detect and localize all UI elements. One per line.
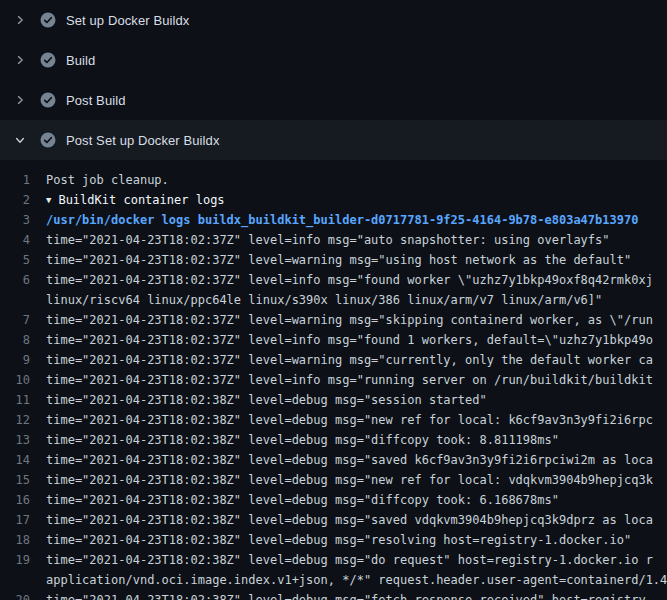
log-line-number[interactable]: 20	[0, 590, 46, 600]
log-line-number[interactable]: 18	[0, 530, 46, 550]
log-line: 7time="2021-04-23T18:02:37Z" level=warni…	[0, 310, 667, 330]
step-header-set-up-docker-buildx[interactable]: Set up Docker Buildx	[0, 0, 667, 40]
log-line-number[interactable]: 5	[0, 250, 46, 270]
log-line: 4time="2021-04-23T18:02:37Z" level=info …	[0, 230, 667, 250]
chevron-right-icon	[12, 52, 28, 68]
log-text: time="2021-04-23T18:02:38Z" level=debug …	[46, 470, 667, 490]
log-text: time="2021-04-23T18:02:38Z" level=debug …	[46, 590, 667, 600]
log-line-number[interactable]: 15	[0, 470, 46, 490]
log-line: 2▼BuildKit container logs	[0, 190, 667, 210]
log-text: time="2021-04-23T18:02:37Z" level=info m…	[46, 230, 667, 250]
log-group-toggle[interactable]: ▼BuildKit container logs	[46, 190, 667, 210]
check-circle-icon	[40, 52, 56, 68]
log-line-number[interactable]: 1	[0, 170, 46, 190]
log-line-number[interactable]: 2	[0, 190, 46, 210]
log-text: time="2021-04-23T18:02:37Z" level=warnin…	[46, 310, 667, 330]
log-text: time="2021-04-23T18:02:38Z" level=debug …	[46, 410, 667, 430]
log-line-number[interactable]: 10	[0, 370, 46, 390]
step-header-build[interactable]: Build	[0, 40, 667, 80]
log-line-number[interactable]: 9	[0, 350, 46, 370]
log-line: 12time="2021-04-23T18:02:38Z" level=debu…	[0, 410, 667, 430]
actions-log-viewer: Set up Docker BuildxBuildPost BuildPost …	[0, 0, 667, 600]
log-line: 1Post job cleanup.	[0, 170, 667, 190]
steps-list: Set up Docker BuildxBuildPost BuildPost …	[0, 0, 667, 160]
log-line: 19time="2021-04-23T18:02:38Z" level=debu…	[0, 550, 667, 570]
chevron-right-icon	[12, 12, 28, 28]
log-area: 1Post job cleanup.2▼BuildKit container l…	[0, 160, 667, 600]
log-line: 20time="2021-04-23T18:02:38Z" level=debu…	[0, 590, 667, 600]
log-command-text: /usr/bin/docker logs buildx_buildkit_bui…	[46, 210, 667, 230]
step-label: Set up Docker Buildx	[66, 13, 189, 28]
log-line: 9time="2021-04-23T18:02:37Z" level=warni…	[0, 350, 667, 370]
log-line: 17time="2021-04-23T18:02:38Z" level=debu…	[0, 510, 667, 530]
log-line-number[interactable]: 3	[0, 210, 46, 230]
log-text: time="2021-04-23T18:02:38Z" level=debug …	[46, 450, 667, 470]
log-line-number[interactable]: 8	[0, 330, 46, 350]
step-label: Post Build	[66, 93, 126, 108]
log-text: time="2021-04-23T18:02:38Z" level=debug …	[46, 530, 667, 550]
log-text: time="2021-04-23T18:02:37Z" level=info m…	[46, 270, 667, 290]
log-line-number[interactable]: 16	[0, 490, 46, 510]
log-line-continuation: application/vnd.oci.image.index.v1+json,…	[0, 570, 667, 590]
log-line-continuation: linux/riscv64 linux/ppc64le linux/s390x …	[0, 290, 667, 310]
step-header-post-set-up-docker-buildx[interactable]: Post Set up Docker Buildx	[0, 120, 667, 160]
log-line: 16time="2021-04-23T18:02:38Z" level=debu…	[0, 490, 667, 510]
check-circle-icon	[40, 12, 56, 28]
log-line-number[interactable]: 17	[0, 510, 46, 530]
check-circle-icon	[40, 132, 56, 148]
log-line-number[interactable]: 14	[0, 450, 46, 470]
log-line-number[interactable]: 7	[0, 310, 46, 330]
log-line-number	[0, 570, 46, 590]
log-line-number[interactable]: 19	[0, 550, 46, 570]
log-line: 3/usr/bin/docker logs buildx_buildkit_bu…	[0, 210, 667, 230]
log-text: linux/riscv64 linux/ppc64le linux/s390x …	[46, 290, 667, 310]
chevron-right-icon	[12, 92, 28, 108]
log-text: time="2021-04-23T18:02:37Z" level=info m…	[46, 330, 667, 350]
log-line: 5time="2021-04-23T18:02:37Z" level=warni…	[0, 250, 667, 270]
log-line: 13time="2021-04-23T18:02:38Z" level=debu…	[0, 430, 667, 450]
step-label: Build	[66, 53, 95, 68]
log-line-number[interactable]: 4	[0, 230, 46, 250]
log-line: 8time="2021-04-23T18:02:37Z" level=info …	[0, 330, 667, 350]
log-line: 14time="2021-04-23T18:02:38Z" level=debu…	[0, 450, 667, 470]
log-text: time="2021-04-23T18:02:38Z" level=debug …	[46, 550, 667, 570]
log-text: time="2021-04-23T18:02:37Z" level=warnin…	[46, 250, 667, 270]
log-text: time="2021-04-23T18:02:37Z" level=info m…	[46, 370, 667, 390]
log-line: 6time="2021-04-23T18:02:37Z" level=info …	[0, 270, 667, 290]
log-text: time="2021-04-23T18:02:38Z" level=debug …	[46, 390, 667, 410]
log-line-number	[0, 290, 46, 310]
log-line-number[interactable]: 6	[0, 270, 46, 290]
chevron-down-icon	[12, 132, 28, 148]
log-line-number[interactable]: 13	[0, 430, 46, 450]
log-line: 18time="2021-04-23T18:02:38Z" level=debu…	[0, 530, 667, 550]
log-text: Post job cleanup.	[46, 170, 667, 190]
log-text: time="2021-04-23T18:02:37Z" level=warnin…	[46, 350, 667, 370]
step-header-post-build[interactable]: Post Build	[0, 80, 667, 120]
log-line: 15time="2021-04-23T18:02:38Z" level=debu…	[0, 470, 667, 490]
log-text: application/vnd.oci.image.index.v1+json,…	[46, 570, 667, 590]
log-text: time="2021-04-23T18:02:38Z" level=debug …	[46, 510, 667, 530]
step-label: Post Set up Docker Buildx	[66, 133, 220, 148]
log-line-number[interactable]: 11	[0, 390, 46, 410]
log-line-number[interactable]: 12	[0, 410, 46, 430]
triangle-down-icon: ▼	[46, 190, 51, 210]
check-circle-icon	[40, 92, 56, 108]
log-line: 11time="2021-04-23T18:02:38Z" level=debu…	[0, 390, 667, 410]
log-text: time="2021-04-23T18:02:38Z" level=debug …	[46, 490, 667, 510]
log-line: 10time="2021-04-23T18:02:37Z" level=info…	[0, 370, 667, 390]
log-text: time="2021-04-23T18:02:38Z" level=debug …	[46, 430, 667, 450]
